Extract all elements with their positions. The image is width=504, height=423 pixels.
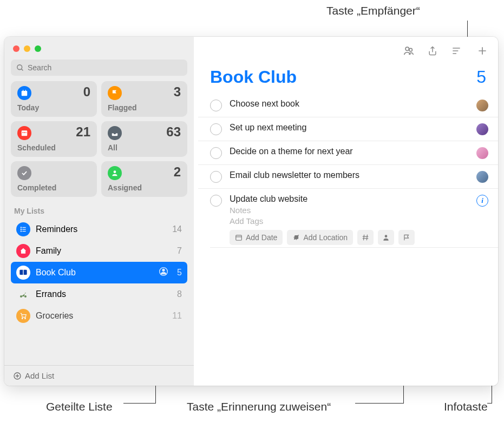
add-date-button[interactable]: Add Date (230, 230, 283, 245)
smart-label: Flagged (108, 103, 181, 112)
add-location-button[interactable]: Add Location (287, 230, 353, 245)
close-icon[interactable] (13, 45, 19, 52)
list-reminders[interactable]: Reminders 14 (11, 219, 187, 240)
list-icon (16, 222, 30, 236)
flag-icon (108, 86, 122, 100)
reminder-title: Decide on a theme for next year (230, 147, 472, 156)
smart-count: 2 (174, 164, 181, 180)
smart-all[interactable]: 63 All (101, 121, 187, 157)
new-reminder-button[interactable] (476, 45, 488, 57)
reminder-checkbox[interactable] (210, 147, 222, 159)
callout-info: Infotaste (444, 400, 488, 413)
list-count: 8 (172, 289, 182, 299)
notes-placeholder[interactable]: Notes (230, 206, 472, 215)
add-location-label: Add Location (303, 233, 348, 242)
reminder-checkbox[interactable] (210, 123, 222, 135)
svg-rect-3 (23, 90, 23, 91)
svg-point-14 (21, 231, 21, 232)
list-book-club[interactable]: Book Club 5 (11, 262, 187, 283)
add-list-button[interactable]: Add List (4, 365, 194, 386)
svg-rect-2 (22, 91, 28, 96)
reminder-title: Set up next meeting (230, 123, 472, 133)
home-icon (16, 244, 30, 258)
smart-flagged[interactable]: 3 Flagged (101, 81, 187, 117)
assign-button[interactable] (378, 230, 394, 245)
divider (210, 247, 498, 248)
svg-rect-7 (24, 132, 25, 133)
main-panel: Book Club 5 Choose next book Set up next… (194, 37, 498, 386)
zoom-icon[interactable] (35, 45, 41, 52)
assignee-avatar[interactable] (476, 100, 488, 111)
search-field[interactable] (28, 63, 182, 72)
location-icon (292, 234, 300, 241)
smart-label: Assigned (108, 183, 181, 192)
svg-point-25 (405, 47, 409, 50)
reminder-checkbox[interactable] (210, 171, 222, 183)
assignee-avatar[interactable] (476, 123, 488, 135)
svg-point-19 (24, 295, 27, 298)
smart-assigned[interactable]: 2 Assigned (101, 161, 187, 197)
hash-icon (362, 234, 369, 241)
flag-icon (403, 234, 410, 241)
view-options-button[interactable] (450, 45, 462, 57)
flag-button[interactable] (398, 230, 415, 245)
person-icon (382, 234, 390, 241)
quick-actions: Add Date Add Location (230, 230, 472, 245)
minimize-icon[interactable] (24, 45, 30, 52)
reminder-row[interactable]: Email club newsletter to members (198, 165, 498, 189)
list-family[interactable]: Family 7 (11, 240, 187, 262)
svg-rect-6 (23, 132, 24, 133)
reminder-title: Choose next book (230, 99, 472, 109)
svg-point-16 (162, 269, 165, 271)
smart-scheduled[interactable]: 21 Scheduled (11, 121, 97, 157)
info-button[interactable]: i (476, 195, 488, 207)
tags-placeholder[interactable]: Add Tags (230, 216, 472, 226)
callout-assign: Taste „Erinnerung zuweisen“ (187, 400, 331, 413)
smart-count: 0 (83, 84, 90, 100)
svg-point-38 (385, 235, 388, 237)
share-button[interactable] (427, 45, 438, 57)
list-groceries[interactable]: Groceries 11 (11, 305, 187, 327)
smart-completed[interactable]: Completed (11, 161, 97, 197)
calendar-icon (17, 86, 31, 100)
add-tag-button[interactable] (357, 230, 374, 245)
collaborate-button[interactable] (403, 45, 415, 57)
smart-count: 63 (166, 124, 181, 140)
svg-rect-8 (25, 132, 26, 133)
svg-point-26 (409, 48, 413, 51)
reminder-row-selected[interactable]: Update club website Notes Add Tags Add D… (198, 189, 498, 247)
svg-line-35 (366, 235, 367, 241)
list-count: 5 (476, 67, 486, 87)
svg-point-9 (114, 170, 116, 173)
toolbar (194, 37, 498, 62)
book-icon (16, 266, 30, 280)
tray-icon (108, 126, 122, 140)
smart-label: Completed (17, 183, 90, 192)
plus-circle-icon (13, 372, 22, 380)
reminder-title[interactable]: Update club website (230, 194, 472, 204)
search-icon (16, 64, 24, 72)
callout-recipient: Taste „Empfänger“ (326, 4, 420, 17)
reminder-row[interactable]: Set up next meeting (198, 117, 498, 141)
reminder-row[interactable]: Decide on a theme for next year (198, 141, 498, 165)
add-list-label: Add List (25, 371, 54, 380)
assignee-avatar[interactable] (476, 147, 488, 159)
section-my-lists: My Lists (11, 204, 187, 219)
person-icon (108, 166, 122, 180)
list-count: 11 (172, 311, 182, 321)
svg-point-21 (25, 318, 26, 319)
list-errands[interactable]: Errands 8 (11, 283, 187, 305)
assignee-avatar[interactable] (476, 171, 488, 183)
callout-line (355, 403, 403, 404)
check-icon (17, 166, 31, 180)
search-input[interactable] (11, 60, 187, 76)
callout-line (487, 403, 492, 404)
calendar-icon (235, 234, 243, 241)
smart-label: Today (17, 103, 90, 112)
smart-today[interactable]: 0 Today (11, 81, 97, 117)
reminder-checkbox[interactable] (210, 100, 222, 111)
reminder-row[interactable]: Choose next book (198, 94, 498, 117)
reminder-checkbox[interactable] (210, 195, 222, 207)
svg-line-34 (364, 235, 364, 241)
list-name: Family (36, 246, 172, 256)
